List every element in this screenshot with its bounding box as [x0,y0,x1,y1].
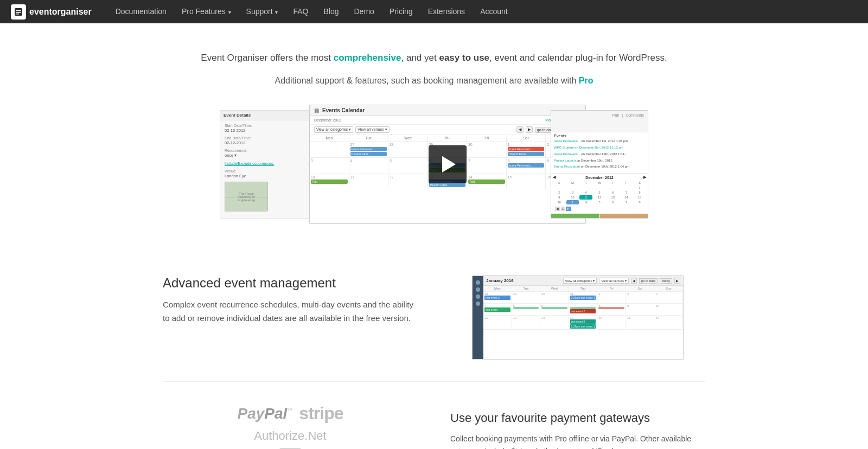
s1-hdr-tue: Tue [512,286,541,292]
nav-item-documentation[interactable]: Documentation [108,0,174,24]
dropdown-arrow-support: ▾ [274,9,278,15]
svg-rect-1 [16,10,21,11]
dropdown-arrow-pro: ▾ [227,9,231,15]
day-header-mon: Mon [310,135,349,142]
cal-cell-s1: 28test event 2 [483,292,512,304]
section-advanced-management: Advanced event management Complex event … [130,254,738,381]
section-payment: PayPal℠ stripe Authorize.Net iD Use your… [130,382,738,449]
hero-pro-link[interactable]: Pro [579,76,593,85]
calendar-title: Events Calendar [322,107,365,113]
day-header-thu: Thu [428,135,468,142]
cal-cell-s1: 16 [626,316,655,330]
screenshot-sidebar: Pub|Comments Events Ioana Petrovanc... o… [551,110,648,219]
cal-cell: 10Test [310,174,349,189]
nav-logo[interactable]: eventorganiser [11,4,92,20]
nav-link-documentation[interactable]: Documentation [108,0,174,23]
calendar-icon: ▦ [314,107,319,113]
day-header-tue: Tue [349,135,389,142]
screenshot-container: Event Details Start Date/Time: 02-13-201… [220,105,648,224]
prev-btn[interactable]: ◀ [516,126,524,133]
s1-view-cat[interactable]: View all categories ▾ [563,278,597,284]
nav-item-account[interactable]: Account [473,0,515,24]
hero-sub-text: Additional support & features, such as b… [130,76,738,86]
nav-link-demo[interactable]: Demo [346,0,381,23]
cal-cell: 8Ioana Petrovanc... [507,158,546,174]
cal-cell: 11 [349,174,389,189]
nav-item-pro-features[interactable]: Pro Features ▾ [174,0,239,24]
next-btn[interactable]: ▶ [526,126,533,133]
s1-next[interactable]: ▶ [674,278,680,284]
svg-rect-2 [16,12,21,13]
s1-prev[interactable]: ◀ [631,278,637,284]
paypal-logo: PayPal℠ [238,405,294,422]
cal-cell: 3 [310,158,349,174]
video-play-button[interactable] [429,145,467,183]
s1-hdr-wed: Wed [540,286,569,292]
main-content: Event Organiser offers the most comprehe… [119,23,749,449]
cal-cell: 28 [388,142,428,158]
s1-hdr-fri: Fri [597,286,626,292]
day-header-fri: Fri [467,135,507,142]
nav-item-support[interactable]: Support ▾ [239,0,286,24]
cal-cell-s1: 9 [626,304,655,316]
cal-cell: 30 [467,142,507,158]
nav-link-support[interactable]: Support ▾ [239,0,286,24]
nav-link-pro-features[interactable]: Pro Features ▾ [174,0,239,24]
nav-item-demo[interactable]: Demo [346,0,381,24]
navbar: eventorganiser Documentation Pro Feature… [0,0,868,23]
hero-text-prefix: Event Organiser offers the most [201,53,333,63]
nav-link-account[interactable]: Account [473,0,515,23]
hero-comprehensive-link[interactable]: comprehensive [334,53,401,63]
venue-select[interactable]: View all venues ▾ [355,126,389,133]
nav-link-blog[interactable]: Blog [316,0,346,23]
s1-go-date[interactable]: go to date [639,278,658,284]
cal-cell: 1Ioana Petrovanc...Hosam Daris [507,142,546,158]
s1-hdr-sat: Sat [626,286,655,292]
section1-month: January 2016 [486,278,561,283]
cal-cell-s1: 3 [654,292,683,304]
cal-cell-s1: 15 [597,316,626,330]
nav-item-faq[interactable]: FAQ [285,0,316,24]
s1-view-venue[interactable]: View all venues ▾ [599,278,628,284]
cal-cell-s1: 17 [654,316,683,330]
hero-text-mid: , and yet [401,53,439,63]
day-header-sat: Sat [507,135,546,142]
cal-cell: 14Test [467,174,507,189]
screenshot-calendar-main: ▦ Events Calendar December 2012 Month We… [309,105,586,224]
day-header-wed: Wed [388,135,428,142]
cal-cell-s1: 11 [483,316,512,330]
nav-item-pricing[interactable]: Pricing [382,0,420,24]
nav-menu: Documentation Pro Features ▾ Support ▾ F… [108,0,515,24]
svg-rect-3 [16,14,19,15]
cal-cell-s1: 2 [626,292,655,304]
cal-cell [310,142,349,158]
calendar-screenshot: January 2016 View all categories ▾ View … [472,275,684,360]
section1-image: January 2016 View all categories ▾ View … [450,275,705,360]
hero-easy-to-use: easy to use [439,53,489,63]
s1-today[interactable]: today [660,278,672,284]
section1-title: Advanced event management [163,275,418,291]
logo-icon [11,4,26,20]
nav-item-blog[interactable]: Blog [316,0,346,24]
cal-cell-s1: 12 [512,316,541,330]
cal-cell-s1: 4aug event [483,304,512,316]
nav-link-faq[interactable]: FAQ [285,0,316,23]
section2-description: Collect booking payments with Pro offlin… [450,433,705,449]
cal-cell: 27Ioana Petrovanc...Hosam Daris [349,142,389,158]
s1-hdr-thu: Thu [569,286,598,292]
nav-item-extensions[interactable]: Extensions [420,0,473,24]
section2-title: Use your favourite payment gateways [450,411,705,425]
screenshot-event-details: Event Details Start Date/Time: 02-13-201… [220,110,315,219]
hero-sub-prefix: Additional support & features, such as b… [275,76,578,85]
category-select[interactable]: View all categories ▾ [314,126,353,133]
nav-link-pricing[interactable]: Pricing [382,0,420,23]
cal-cell: 7 [467,158,507,174]
section1-text: Advanced event management Complex event … [163,275,418,325]
calendar-month-label: December 2012 [314,118,341,122]
section1-description: Complex event recurrence schedules, mult… [163,298,418,325]
section2-text: Use your favourite payment gateways Coll… [450,411,705,449]
payment-logos-group: PayPal℠ stripe Authorize.Net iD [163,403,418,449]
nav-link-extensions[interactable]: Extensions [420,0,473,23]
cal-cell-s1: 13 [540,316,569,330]
authorizenet-logo: Authorize.Net [163,429,418,443]
